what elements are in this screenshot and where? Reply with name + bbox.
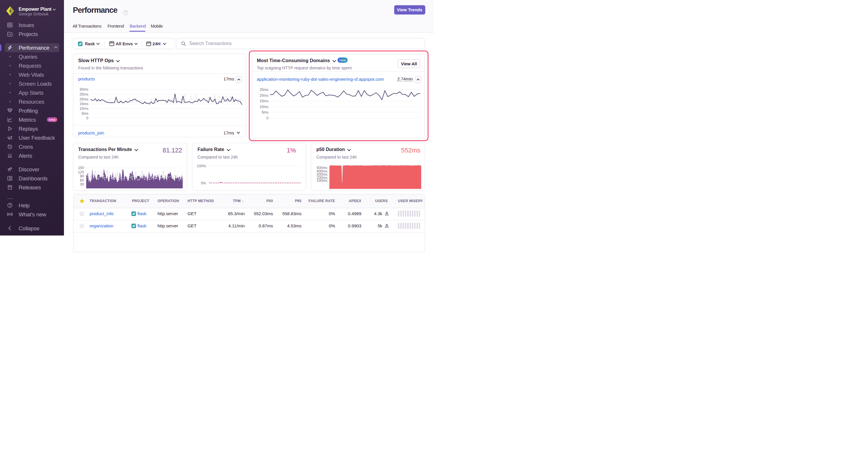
svg-text:30: 30 [80,182,84,186]
svg-text:10ms: 10ms [80,107,88,111]
svg-text:0: 0 [86,116,88,120]
svg-text:10ms: 10ms [259,105,269,109]
svg-text:20ms: 20ms [80,97,88,101]
svg-text:60: 60 [80,178,84,182]
svg-text:120: 120 [78,170,84,174]
svg-text:25ms: 25ms [80,92,88,96]
svg-text:5ms: 5ms [82,111,88,115]
svg-text:150: 150 [78,166,84,170]
svg-text:5ms: 5ms [261,110,269,114]
svg-text:15ms: 15ms [80,102,88,106]
svg-text:0: 0 [267,116,269,120]
svg-text:0%: 0% [201,181,206,185]
svg-text:100%: 100% [197,164,206,168]
svg-text:25ms: 25ms [259,88,269,92]
svg-text:100ms: 100ms [316,178,328,183]
svg-text:90: 90 [80,174,84,178]
svg-text:15ms: 15ms [259,99,269,103]
svg-text:30ms: 30ms [80,88,88,92]
svg-text:20ms: 20ms [259,94,269,98]
